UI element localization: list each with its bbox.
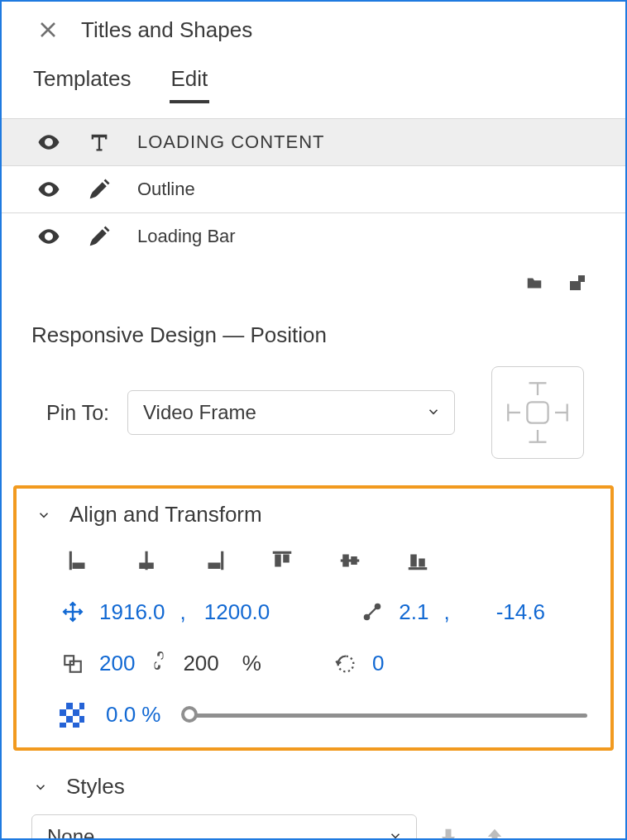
- layer-name: Outline: [137, 179, 195, 200]
- tab-edit[interactable]: Edit: [170, 64, 210, 103]
- pin-to-select[interactable]: Video Frame: [127, 390, 455, 435]
- svg-rect-23: [409, 567, 428, 570]
- visibility-eye-icon[interactable]: [36, 177, 61, 202]
- chevron-down-icon: [426, 401, 441, 424]
- styles-header: Styles: [31, 774, 596, 799]
- move-style-up-icon[interactable]: [480, 822, 510, 840]
- align-section-header: Align and Transform: [35, 502, 592, 527]
- opacity-row: 0.0 %: [35, 679, 592, 728]
- layer-row[interactable]: Loading Bar: [2, 213, 625, 260]
- opacity-icon: [60, 703, 84, 728]
- svg-rect-12: [73, 563, 85, 570]
- layer-row[interactable]: Outline: [2, 166, 625, 213]
- scale-width[interactable]: 200: [99, 651, 135, 676]
- svg-rect-15: [221, 551, 223, 570]
- align-hcenter-icon[interactable]: [129, 546, 164, 575]
- layer-name: Loading Bar: [137, 226, 236, 247]
- anchor-y[interactable]: -14.6: [496, 599, 545, 625]
- comma: ,: [179, 599, 191, 625]
- text-layer-icon: [83, 129, 116, 155]
- comma: ,: [442, 599, 454, 625]
- new-group-icon[interactable]: [521, 271, 548, 294]
- link-scale-icon[interactable]: [150, 648, 168, 679]
- visibility-eye-icon[interactable]: [36, 130, 61, 155]
- move-style-down-icon[interactable]: [433, 822, 463, 840]
- tab-templates[interactable]: Templates: [31, 64, 133, 103]
- svg-line-30: [368, 608, 376, 616]
- svg-rect-18: [275, 555, 281, 567]
- close-icon[interactable]: [35, 17, 61, 43]
- align-bottom-icon[interactable]: [400, 546, 435, 575]
- svg-rect-11: [69, 551, 72, 570]
- chevron-down-icon: [388, 825, 403, 840]
- svg-rect-17: [273, 551, 292, 554]
- pin-anchor-widget[interactable]: [491, 366, 584, 459]
- collapse-chevron-icon[interactable]: [31, 778, 50, 796]
- slider-track: [183, 714, 588, 718]
- align-left-icon[interactable]: [61, 546, 96, 575]
- layer-actions: [2, 260, 625, 294]
- tabs: Templates Edit: [2, 64, 625, 103]
- styles-value: None: [47, 825, 94, 840]
- opacity-value[interactable]: 0.0 %: [106, 702, 161, 728]
- scale-icon: [60, 651, 86, 677]
- pen-layer-icon: [83, 223, 116, 250]
- svg-rect-31: [70, 661, 81, 671]
- anchor-x[interactable]: 2.1: [399, 599, 428, 625]
- styles-section: Styles None: [2, 751, 625, 840]
- layer-row[interactable]: LOADING CONTENT: [2, 119, 625, 166]
- svg-rect-2: [527, 402, 548, 422]
- slider-thumb[interactable]: [181, 706, 198, 723]
- pin-to-label: Pin To:: [46, 401, 109, 425]
- svg-rect-19: [283, 555, 290, 563]
- pin-to-value: Video Frame: [143, 401, 256, 424]
- svg-rect-22: [351, 556, 357, 565]
- styles-row: None: [31, 799, 596, 840]
- panel-header: Titles and Shapes: [2, 2, 625, 60]
- align-vcenter-icon[interactable]: [333, 546, 367, 575]
- styles-select[interactable]: None: [31, 814, 417, 840]
- svg-rect-14: [139, 563, 154, 570]
- align-right-icon[interactable]: [197, 546, 232, 575]
- align-top-icon[interactable]: [265, 546, 299, 575]
- anchor-point-icon: [359, 599, 385, 625]
- svg-rect-24: [410, 555, 417, 567]
- position-icon: [60, 599, 86, 625]
- styles-title: Styles: [66, 774, 125, 799]
- svg-rect-16: [208, 563, 221, 570]
- responsive-section-title: Responsive Design — Position: [2, 294, 625, 348]
- svg-rect-25: [419, 559, 425, 567]
- layers-list: LOADING CONTENT Outline Loading Bar: [2, 118, 625, 294]
- align-transform-section: Align and Transform 1916.0 , 1200.0 2.1: [13, 485, 614, 751]
- pen-layer-icon: [83, 176, 116, 203]
- visibility-eye-icon[interactable]: [36, 224, 61, 249]
- position-row: 1916.0 , 1200.0 2.1 , -14.6: [35, 575, 592, 625]
- panel-title: Titles and Shapes: [81, 17, 252, 43]
- rotation-icon: [333, 651, 359, 677]
- pin-row: Pin To: Video Frame: [2, 348, 625, 459]
- position-x[interactable]: 1916.0: [99, 599, 165, 625]
- scale-row: 200 200 % 0: [35, 625, 592, 679]
- new-layer-icon[interactable]: [564, 271, 591, 294]
- position-y[interactable]: 1200.0: [204, 599, 270, 625]
- rotation-value[interactable]: 0: [372, 651, 384, 676]
- scale-unit: %: [242, 651, 261, 676]
- scale-height[interactable]: 200: [183, 651, 218, 676]
- opacity-slider[interactable]: [183, 704, 588, 727]
- collapse-chevron-icon[interactable]: [35, 506, 53, 524]
- svg-rect-21: [342, 555, 349, 567]
- align-buttons: [35, 527, 592, 575]
- align-section-title: Align and Transform: [69, 502, 262, 527]
- layer-name: LOADING CONTENT: [137, 131, 324, 153]
- titles-shapes-panel: Titles and Shapes Templates Edit LOADING…: [0, 0, 627, 840]
